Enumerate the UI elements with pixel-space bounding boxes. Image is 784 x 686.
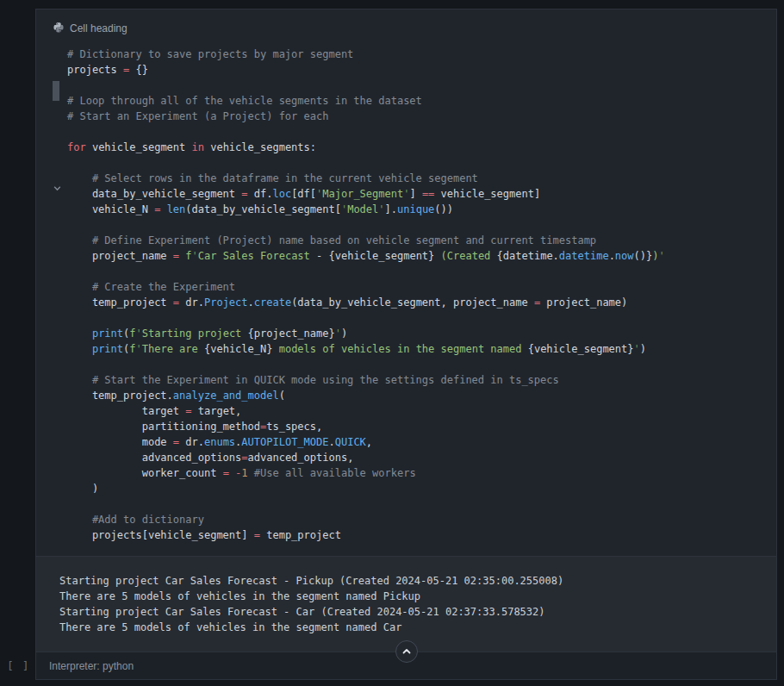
code-token: # Dictionary to save projects by major s… xyxy=(67,48,353,60)
code-token: worker_count xyxy=(67,467,223,479)
code-line[interactable]: # Start the Experiment in QUICK mode usi… xyxy=(67,372,776,388)
code-line[interactable] xyxy=(67,155,776,171)
code-token: . xyxy=(248,296,254,309)
code-line[interactable]: target = target, xyxy=(67,403,776,419)
code-token: - {vehicle_segment} xyxy=(316,250,441,262)
code-token: = xyxy=(254,529,260,541)
output-line: There are 5 models of vehicles in the se… xyxy=(59,620,776,635)
fold-chevron-icon[interactable] xyxy=(53,180,62,190)
code-line[interactable]: # Loop through all of the vehicle segmen… xyxy=(67,93,776,109)
code-line[interactable] xyxy=(67,217,776,233)
code-token: ' xyxy=(634,343,640,355)
code-line[interactable]: print(f'There are {vehicle_N} models of … xyxy=(67,341,776,357)
code-line[interactable] xyxy=(67,357,776,372)
code-token: == xyxy=(422,188,434,200)
output-line: Starting project Car Sales Forecast - Ca… xyxy=(59,604,776,620)
code-token: {vehicle_N} xyxy=(204,343,272,355)
collapse-output-button[interactable] xyxy=(395,640,418,663)
code-token: dr. xyxy=(179,436,204,448)
code-token: ' xyxy=(378,203,384,215)
code-token: models of vehicles in the segment named xyxy=(272,343,527,355)
cell-heading-title: Cell heading xyxy=(70,22,128,34)
code-token: QUICK xyxy=(335,436,366,448)
code-token: {datetime. xyxy=(497,250,559,262)
code-token: # Select rows in the dataframe in the cu… xyxy=(67,172,478,184)
code-line[interactable]: temp_project.analyze_and_model( xyxy=(67,388,776,403)
code-token: = xyxy=(185,405,191,417)
code-token: f xyxy=(129,343,135,355)
code-token: projects xyxy=(67,64,123,76)
code-token: = xyxy=(173,296,179,309)
code-line[interactable]: projects = {} xyxy=(67,62,776,78)
code-line[interactable]: worker_count = -1 #Use all available wor… xyxy=(67,465,776,481)
code-token: [df[ xyxy=(291,188,316,200)
code-token: # Define Experiment (Project) name based… xyxy=(67,234,596,246)
code-line[interactable]: projects[vehicle_segment] = temp_project xyxy=(67,527,776,543)
code-line[interactable]: print(f'Starting project {project_name}'… xyxy=(67,326,776,341)
code-token: (data_by_vehicle_segment[ xyxy=(185,203,341,215)
notebook-cell: Cell heading # Dictionary to save projec… xyxy=(35,9,777,680)
code-token: vehicle_segment xyxy=(86,141,192,153)
code-token: f xyxy=(185,250,191,262)
code-token: ts_specs, xyxy=(266,421,322,433)
code-line[interactable]: # Select rows in the dataframe in the cu… xyxy=(67,171,776,186)
code-token: vehicle_segment] xyxy=(434,188,540,200)
code-token: 1 xyxy=(241,467,247,479)
code-line[interactable]: data_by_vehicle_segment = df.loc[df['Maj… xyxy=(67,186,776,202)
code-token: # Start an Experiment (a Project) for ea… xyxy=(67,110,328,122)
code-line[interactable] xyxy=(67,310,776,326)
code-token: AUTOPILOT_MODE xyxy=(241,436,328,448)
code-token: advanced_options xyxy=(67,452,241,464)
code-token: ( xyxy=(279,390,285,402)
code-line[interactable]: temp_project = dr.Project.create(data_by… xyxy=(67,295,776,310)
code-token: print xyxy=(92,343,123,355)
code-line[interactable]: # Start an Experiment (a Project) for ea… xyxy=(67,109,776,124)
code-line[interactable] xyxy=(67,124,776,140)
code-line[interactable] xyxy=(67,496,776,512)
code-token: , xyxy=(366,436,372,448)
code-token: ]. xyxy=(385,203,397,215)
python-icon xyxy=(53,22,65,34)
code-token: {vehicle_segment} xyxy=(528,343,634,355)
code-token: datetime xyxy=(559,250,609,262)
code-line[interactable] xyxy=(67,78,776,93)
cell-header[interactable]: Cell heading xyxy=(36,9,776,47)
code-line[interactable]: for vehicle_segment in vehicle_segments: xyxy=(67,140,776,155)
code-token xyxy=(67,327,92,340)
code-token: loc xyxy=(272,188,291,200)
code-token: {project_name} xyxy=(248,327,335,340)
code-line[interactable]: # Create the Experiment xyxy=(67,279,776,295)
notebook-page: { "colors": { "page_bg": "#14171b", "cel… xyxy=(0,0,784,686)
code-line[interactable]: # Define Experiment (Project) name based… xyxy=(67,233,776,248)
code-editor[interactable]: # Dictionary to save projects by major s… xyxy=(36,47,776,543)
code-line[interactable]: # Dictionary to save projects by major s… xyxy=(67,47,776,62)
code-line[interactable] xyxy=(67,264,776,279)
code-token: # Loop through all of the vehicle segmen… xyxy=(67,95,422,107)
code-line[interactable]: project_name = f'Car Sales Forecast - {v… xyxy=(67,248,776,264)
code-token xyxy=(229,467,235,479)
code-token: #Use all available workers xyxy=(254,467,416,479)
gutter-marker xyxy=(53,81,59,101)
code-token: Model xyxy=(347,203,378,215)
output-line: Starting project Car Sales Forecast - Pi… xyxy=(59,573,776,589)
code-token: ) xyxy=(341,327,347,340)
code-token: #Add to dictionary xyxy=(67,514,204,526)
interpreter-label[interactable]: Interpreter: python xyxy=(49,660,134,672)
code-line[interactable]: partitioning_method=ts_specs, xyxy=(67,419,776,434)
code-token: = xyxy=(173,250,179,262)
code-token: vehicle_segments: xyxy=(204,141,316,153)
code-area: # Dictionary to save projects by major s… xyxy=(36,47,776,556)
code-token: . xyxy=(328,436,334,448)
output-area: Starting project Car Sales Forecast - Pi… xyxy=(36,556,776,652)
code-token: temp_project xyxy=(67,296,173,309)
code-line[interactable]: ) xyxy=(67,481,776,496)
code-line[interactable]: #Add to dictionary xyxy=(67,512,776,527)
code-token: advanced_options, xyxy=(248,452,354,464)
code-line[interactable]: mode = dr.enums.AUTOPILOT_MODE.QUICK, xyxy=(67,434,776,450)
code-token: = xyxy=(241,452,247,464)
code-token: dr. xyxy=(179,296,204,309)
code-token: ' xyxy=(658,250,664,262)
code-token: in xyxy=(192,141,204,153)
code-line[interactable]: vehicle_N = len(data_by_vehicle_segment[… xyxy=(67,202,776,217)
code-line[interactable]: advanced_options=advanced_options, xyxy=(67,450,776,465)
